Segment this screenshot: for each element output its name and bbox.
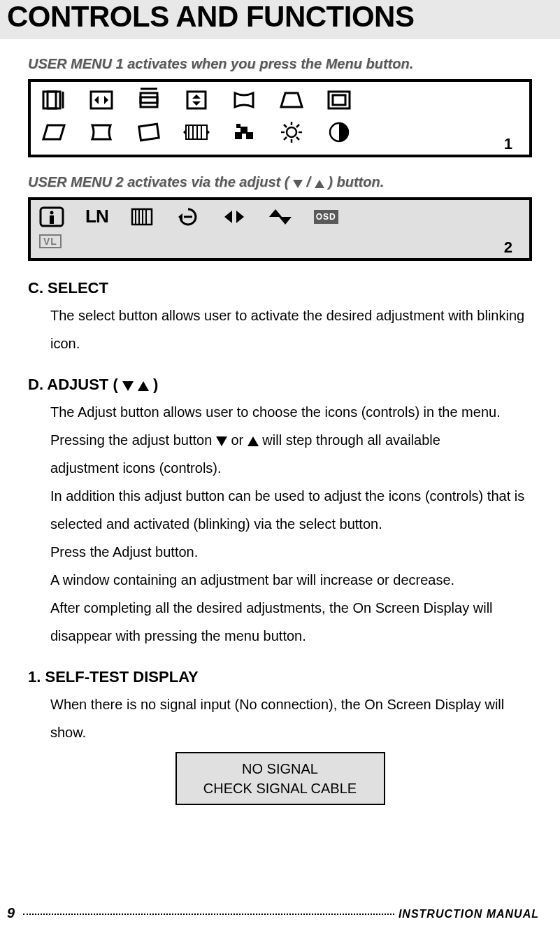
ud-arrow-icon: [268, 206, 293, 227]
pin-balance-icon: [87, 120, 116, 145]
svg-point-39: [50, 211, 54, 214]
svg-rect-9: [187, 92, 206, 108]
svg-marker-51: [279, 217, 292, 225]
user-menu-2-row-1: LN OSD: [39, 206, 521, 227]
svg-marker-15: [43, 125, 64, 139]
svg-rect-40: [50, 215, 54, 224]
color-icon: [229, 120, 259, 145]
svg-marker-5: [104, 96, 108, 104]
recall-icon: [175, 206, 201, 227]
section-d-heading-pre: D. ADJUST (: [28, 376, 122, 393]
svg-marker-23: [207, 129, 210, 135]
svg-marker-10: [192, 94, 201, 99]
svg-rect-27: [236, 124, 240, 128]
section-d-line-2a: Pressing the adjust button: [50, 432, 216, 448]
user-menu-2-header: USER MENU 2 activates via the adjust ( /…: [28, 174, 539, 190]
user-menu-2-row-2: VL: [39, 234, 521, 248]
svg-marker-50: [269, 209, 282, 217]
svg-rect-26: [246, 132, 253, 139]
user-menu-1-header-text: USER MENU 1 activates when you press the…: [28, 56, 413, 71]
osd-icon: OSD: [314, 210, 338, 224]
svg-line-33: [284, 125, 287, 127]
down-triangle-icon: [293, 180, 303, 188]
section-d-line-5: Press the Adjust button.: [50, 544, 198, 560]
trapezoid-icon: [277, 87, 306, 113]
svg-rect-14: [333, 95, 345, 105]
user-menu-1-header: USER MENU 1 activates when you press the…: [28, 56, 539, 72]
section-d-line-3: adjustment icons (controls).: [50, 460, 222, 476]
manual-label: INSTRUCTION MANUAL: [399, 908, 539, 921]
title-banner: CONTROLS AND FUNCTIONS: [0, 0, 560, 39]
svg-marker-22: [183, 129, 186, 135]
svg-marker-12: [281, 93, 302, 107]
page-title: CONTROLS AND FUNCTIONS: [7, 0, 553, 34]
svg-rect-16: [139, 124, 159, 140]
zoom-icon: [324, 87, 354, 113]
user-menu-1-row-1: [39, 87, 521, 113]
user-menu-2-header-mid: /: [307, 174, 315, 190]
contrast-icon: [324, 120, 354, 145]
svg-marker-4: [94, 96, 99, 104]
moire-icon: [182, 120, 211, 145]
svg-marker-11: [192, 101, 201, 106]
section-c-heading: C. SELECT: [28, 279, 539, 297]
svg-point-28: [287, 127, 296, 137]
user-menu-2-header-post: ) button.: [328, 174, 384, 190]
svg-marker-48: [224, 211, 232, 223]
svg-rect-8: [141, 97, 157, 103]
language-icon: LN: [85, 206, 108, 227]
brightness-icon: [277, 120, 306, 145]
up-triangle-icon: [138, 381, 149, 391]
section-c-body: The select button allows user to activat…: [50, 301, 532, 357]
section-d-line-6: A window containing an adjustment bar wi…: [50, 572, 454, 588]
h-position-icon: [87, 87, 116, 113]
section-selftest-heading: 1. SELF-TEST DISPLAY: [28, 668, 539, 686]
svg-rect-6: [141, 93, 157, 107]
section-d-heading: D. ADJUST ( ): [28, 376, 539, 394]
section-d-body: The Adjust button allows user to choose …: [50, 398, 532, 650]
pincushion-icon: [229, 87, 259, 113]
lr-arrow-icon: [222, 206, 247, 227]
svg-rect-3: [91, 92, 112, 108]
user-menu-1-box: 1: [28, 79, 532, 157]
parallelogram-icon: [39, 120, 69, 145]
footer-dotted-line: [23, 914, 394, 915]
h-size-icon: [39, 87, 69, 113]
section-d-line-7: After completing all the desired adjustm…: [50, 600, 493, 644]
down-triangle-icon: [122, 381, 134, 391]
user-menu-1-row-2: [39, 120, 521, 145]
no-signal-line-1: NO SIGNAL: [184, 759, 377, 779]
info-icon: [39, 206, 64, 227]
svg-marker-49: [236, 211, 244, 223]
svg-rect-1: [48, 92, 56, 108]
rotation-icon: [134, 120, 164, 145]
no-signal-display: NO SIGNAL CHECK SIGNAL CABLE: [175, 752, 385, 805]
down-triangle-icon: [216, 436, 227, 446]
svg-line-35: [296, 125, 299, 127]
section-d-line-4: In addition this adjust button can be us…: [50, 488, 524, 532]
page-number: 9: [7, 905, 15, 921]
menu-2-page-number: 2: [504, 239, 512, 257]
section-d-line-1: The Adjust button allows user to choose …: [50, 404, 501, 420]
menu-1-page-number: 1: [504, 135, 512, 153]
user-menu-2-box: LN OSD VL 2: [28, 197, 532, 261]
section-selftest-body: When there is no signal input (No connec…: [50, 690, 532, 746]
up-triangle-icon: [247, 436, 259, 446]
up-triangle-icon: [315, 180, 324, 188]
section-d-line-2c: will step through all available: [262, 432, 440, 448]
section-d-line-2b: or: [231, 432, 247, 448]
svg-line-34: [296, 137, 299, 140]
svg-rect-0: [43, 92, 60, 108]
v-size-icon: [134, 87, 164, 113]
section-d-heading-post: ): [153, 376, 158, 393]
degauss-icon: [129, 206, 155, 227]
vl-icon: VL: [39, 234, 62, 248]
v-position-icon: [182, 87, 211, 113]
no-signal-line-2: CHECK SIGNAL CABLE: [184, 779, 377, 798]
user-menu-2-header-pre: USER MENU 2 activates via the adjust (: [28, 174, 289, 190]
svg-line-36: [284, 137, 287, 140]
page-footer: 9 INSTRUCTION MANUAL: [7, 905, 539, 921]
